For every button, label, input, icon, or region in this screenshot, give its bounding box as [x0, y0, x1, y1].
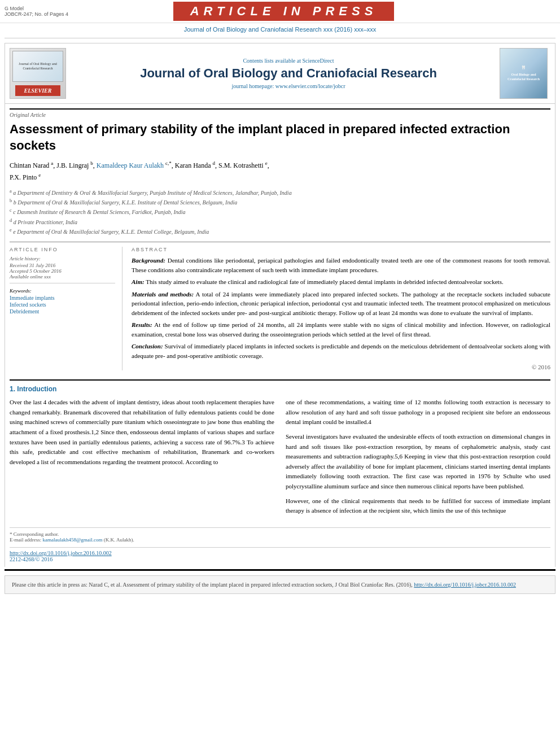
affiliation-e: e e Department of Oral & Maxillofacial S… [10, 227, 550, 236]
journal-title: Journal of Oral Biology and Craniofacial… [83, 66, 494, 81]
article-info-abstract: ARTICLE INFO Article history: Received 3… [10, 242, 550, 370]
author-pinto: P.X. Pinto e [10, 173, 41, 181]
intro-left: Over the last 4 decades with the advent … [10, 397, 274, 521]
thick-divider [5, 569, 555, 571]
intro-para2: one of these recommendations, a waiting … [286, 397, 550, 427]
section-label: Original Article [10, 108, 550, 118]
issn: 2212-4268/© 2016 [10, 556, 53, 562]
abstract-col: ABSTRACT Background: Dental conditions l… [132, 247, 550, 370]
doi-section: http://dx.doi.org/10.1016/j.jobcr.2016.1… [10, 547, 550, 562]
article-info-col: ARTICLE INFO Article history: Received 3… [10, 247, 123, 370]
journal-header: Journal of Oral Biology and Craniofacial… [5, 43, 555, 104]
keyword-1: Immediate implants [10, 295, 115, 301]
keyword-2: Infected sockets [10, 302, 115, 308]
intro-columns: Over the last 4 decades with the advent … [10, 397, 550, 521]
history-title: Article history: [10, 256, 115, 261]
footnotes-section: * Corresponding author. E-mail address: … [10, 527, 550, 543]
abstract-background: Background: Dental conditions like perio… [132, 256, 550, 274]
affiliation-d: d d Private Practitioner, India [10, 217, 550, 226]
abstract-methods: Materials and methods: A total of 24 imp… [132, 290, 550, 318]
affiliation-c: c c Dasmesh Institute of Research & Dent… [10, 207, 550, 216]
journal-header-right: 🦷 Oral Biology and Craniofacial Research [500, 48, 550, 99]
divider [10, 283, 115, 283]
affiliation-a: a a Department of Dentistry & Oral & Max… [10, 188, 550, 197]
affiliations: a a Department of Dentistry & Oral & Max… [10, 188, 550, 237]
copyright-line: © 2016 [132, 364, 550, 370]
abstract-title: ABSTRACT [132, 247, 550, 252]
author-handa: Karan Handa d [175, 161, 215, 169]
journal-link-bar: Journal of Oral Biology and Craniofacial… [0, 23, 560, 36]
citation-doi-link[interactable]: http://dx.doi.org/10.1016/j.jobcr.2016.1… [414, 582, 516, 588]
author-chintan: Chintan Narad a [10, 161, 53, 169]
intro-para4: However, one of the clinical requirement… [286, 496, 550, 516]
keyword-3: Debridement [10, 308, 115, 314]
author-aulakh: Kamaldeep Kaur Aulakh [97, 161, 164, 169]
introduction-section: 1. Introduction Over the last 4 decades … [10, 379, 550, 521]
authors: Chintan Narad a, J.B. Lingraj b, Kamalde… [10, 159, 550, 183]
corresponding-note: * Corresponding author. [10, 531, 550, 537]
main-content: Original Article Assessment of primary s… [5, 104, 555, 567]
journal-logo-box: Journal of Oral Biology and Craniofacial… [10, 48, 66, 99]
abstract-results: Results: At the end of follow up time pe… [132, 320, 550, 339]
keywords-section: Keywords: Immediate implants Infected so… [10, 288, 115, 314]
keywords-list: Immediate implants Infected sockets Debr… [10, 295, 115, 314]
accepted-date: Accepted 5 October 2016 [10, 268, 115, 274]
journal-thumb: 🦷 Oral Biology and Craniofacial Research [500, 48, 548, 99]
keywords-title: Keywords: [10, 288, 115, 294]
contents-line: Contents lists available at ScienceDirec… [83, 58, 494, 64]
email-note: E-mail address: kamalaulakh458@gmail.com… [10, 537, 550, 543]
article-in-press-banner: ARTICLE IN PRESS [173, 2, 395, 21]
doi-link[interactable]: http://dx.doi.org/10.1016/j.jobcr.2016.1… [10, 550, 112, 556]
intro-title: 1. Introduction [10, 385, 550, 393]
citation-box: Please cite this article in press as: Na… [5, 575, 555, 594]
homepage-line: journal homepage: www.elsevier.com/locat… [83, 83, 494, 89]
article-title: Assessment of primary stability of the i… [10, 121, 550, 154]
intro-para1: Over the last 4 decades with the advent … [10, 397, 274, 467]
available-date: Available online xxx [10, 274, 115, 279]
intro-para3: Several investigators have evaluated the… [286, 432, 550, 492]
model-label: G Model JOBCR-247; No. of Pages 4 [5, 6, 68, 17]
abstract-conclusion: Conclusion: Survival of immediately plac… [132, 342, 550, 360]
abstract-aim: Aim: This study aimed to evaluate the cl… [132, 277, 550, 287]
elsevier-logo: ELSEVIER [15, 85, 60, 96]
journal-header-center: Contents lists available at ScienceDirec… [77, 58, 500, 89]
article-history: Article history: Received 31 July 2016 A… [10, 256, 115, 279]
author-kotrashetti: S.M. Kotrashetti e [218, 161, 268, 169]
email-link[interactable]: kamalaulakh458@gmail.com [42, 537, 102, 543]
affiliation-b: b b Department of Oral & Maxillofacial S… [10, 198, 550, 207]
article-info-title: ARTICLE INFO [10, 247, 115, 252]
journal-logo-left: Journal of Oral Biology and Craniofacial… [10, 48, 77, 99]
intro-right: one of these recommendations, a waiting … [286, 397, 550, 521]
author-lingraj: J.B. Lingraj b [56, 161, 93, 169]
received-date: Received 31 July 2016 [10, 263, 115, 268]
